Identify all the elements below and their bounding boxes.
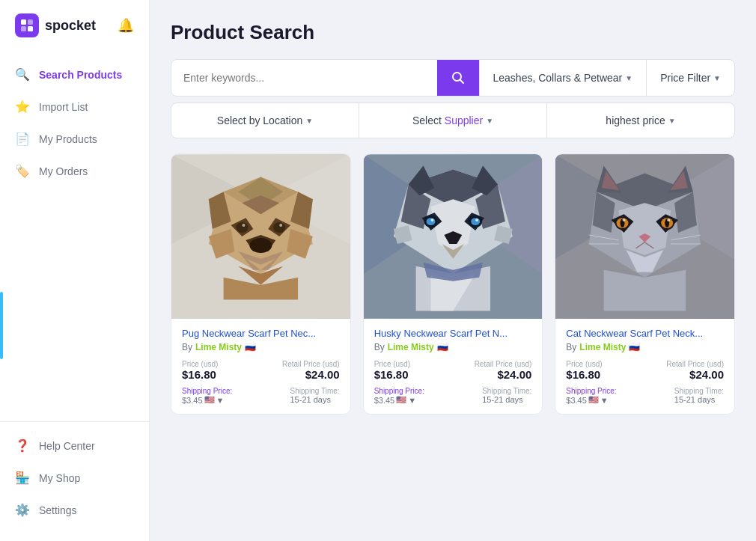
svg-rect-2 [21,26,26,31]
chevron-shipping-cat[interactable]: ▼ [600,396,609,405]
price-label-husky: Price (usd) [374,360,410,368]
location-filter[interactable]: Select by Location ▼ [171,103,359,138]
help-icon: ❓ [15,438,30,453]
document-icon: 📄 [15,132,30,146]
sidebar-item-label: My Shop [39,472,80,484]
sort-filter[interactable]: highest price ▼ [547,103,734,138]
chevron-shipping-husky[interactable]: ▼ [408,396,416,405]
supplier-name-husky: Lime Misty [388,342,434,352]
sidebar-logo: spocket 🔔 [0,0,149,51]
sidebar-item-my-shop[interactable]: 🏪 My Shop [0,462,149,494]
sidebar-item-my-products[interactable]: 📄 My Products [0,123,149,155]
husky-svg [364,154,543,319]
shipping-time-block-pug: Shipping Time: 15-21 days [290,387,340,405]
svg-rect-3 [28,26,33,31]
product-grid: Pug Neckwear Scarf Pet Nec... By Lime Mi… [171,153,735,415]
price-row-cat: Price (usd) $16.80 Retail Price (usd) $2… [566,360,724,381]
product-info-pug: Pug Neckwear Scarf Pet Nec... By Lime Mi… [171,319,350,414]
shipping-price-block-husky: Shipping Price: $3.45 🇺🇸 ▼ [374,387,424,405]
tag-icon: 🏷️ [15,164,30,178]
search-icon: 🔍 [15,67,30,82]
sidebar-item-import-list[interactable]: ⭐ Import List [0,91,149,123]
price-row-husky: Price (usd) $16.80 Retail Price (usd) $2… [374,360,532,381]
retail-price-block-pug: Retail Price (usd) $24.00 [282,360,340,381]
supplier-name-cat: Lime Misty [579,342,626,352]
price-filter-dropdown[interactable]: Price Filter ▼ [646,60,734,96]
supplier-prefix: By [374,342,385,352]
filter-row: Select by Location ▼ Select Supplier ▼ h… [171,103,735,138]
sidebar-item-settings[interactable]: ⚙️ Settings [0,494,149,526]
price-filter-label: Price Filter [660,72,710,84]
shipping-price-label-pug: Shipping Price: [182,387,232,395]
star-icon: ⭐ [15,100,30,114]
settings-icon: ⚙️ [15,503,30,517]
supplier-highlight-label: Supplier [445,114,483,126]
search-input[interactable] [171,60,437,96]
shipping-price-block-cat: Shipping Price: $3.45 🇺🇸 ▼ [566,387,616,405]
chevron-down-icon: ▼ [625,74,632,82]
price-value-pug: $16.80 [182,368,218,381]
product-name-husky: Husky Neckwear Scarf Pet N... [374,328,532,339]
retail-label-husky: Retail Price (usd) [475,360,532,368]
shipping-time-block-husky: Shipping Time: 15-21 days [482,387,531,405]
flag-small-husky: 🇺🇸 [396,395,406,405]
supplier-prefix: By [566,342,576,352]
logo-text: spocket [45,18,96,34]
shipping-price-value-husky: $3.45 🇺🇸 ▼ [374,395,424,405]
chevron-down-icon: ▼ [713,74,721,82]
logo-icon [15,13,39,37]
svg-point-19 [242,224,245,227]
chevron-down-icon: ▼ [305,117,313,125]
price-label-cat: Price (usd) [566,360,602,368]
sidebar-item-label: Help Center [39,440,95,452]
shipping-row-cat: Shipping Price: $3.45 🇺🇸 ▼ Shipping Time… [566,387,724,405]
svg-point-42 [471,218,480,225]
product-name-cat: Cat Neckwear Scarf Pet Neck... [566,328,724,339]
search-btn-icon [451,71,465,85]
search-button[interactable] [437,60,479,96]
retail-price-block-cat: Retail Price (usd) $24.00 [666,360,724,381]
sidebar-item-my-orders[interactable]: 🏷️ My Orders [0,155,149,187]
price-block-husky: Price (usd) $16.80 [374,360,410,381]
retail-label-pug: Retail Price (usd) [282,360,340,368]
chevron-shipping-pug[interactable]: ▼ [216,396,225,405]
bell-icon[interactable]: 🔔 [118,17,134,34]
flag-small-pug: 🇺🇸 [204,395,215,405]
category-filter-label: Leashes, Collars & Petwear [493,72,623,84]
retail-price-cat: $24.00 [666,368,724,381]
shipping-time-block-cat: Shipping Time: 15-21 days [674,387,724,405]
shipping-price-label-cat: Shipping Price: [566,387,616,395]
sidebar-item-label: Import List [39,101,88,113]
flag-small-cat: 🇺🇸 [588,395,599,405]
svg-point-43 [430,218,433,221]
sidebar-bottom: ❓ Help Center 🏪 My Shop ⚙️ Settings [0,421,149,541]
svg-point-20 [279,224,282,227]
flag-icon-husky: 🇷🇺 [437,342,448,352]
shipping-time-label-husky: Shipping Time: [482,387,531,395]
supplier-prefix: By [182,342,192,352]
page-title: Product Search [171,21,735,44]
sidebar-item-search-products[interactable]: 🔍 Search Products [0,58,149,91]
product-image-husky [364,154,543,319]
product-image-pug [171,154,350,319]
product-info-husky: Husky Neckwear Scarf Pet N... By Lime Mi… [364,319,543,414]
location-filter-label: Select by Location [217,114,302,126]
sidebar-item-label: My Products [39,133,97,145]
sidebar-item-help-center[interactable]: ❓ Help Center [0,430,149,462]
price-label-pug: Price (usd) [182,360,218,368]
supplier-filter[interactable]: Select Supplier ▼ [359,103,547,138]
svg-rect-0 [21,19,26,25]
flag-icon-cat: 🇷🇺 [629,342,640,352]
product-card-husky: Husky Neckwear Scarf Pet N... By Lime Mi… [363,153,543,415]
supplier-name-pug: Lime Misty [195,342,242,352]
retail-price-block-husky: Retail Price (usd) $24.00 [475,360,532,381]
svg-point-44 [475,218,478,221]
shipping-row-pug: Shipping Price: $3.45 🇺🇸 ▼ Shipping Time… [182,387,340,405]
product-supplier-pug: By Lime Misty 🇷🇺 [182,342,340,352]
shipping-row-husky: Shipping Price: $3.45 🇺🇸 ▼ Shipping Time… [374,387,532,405]
category-filter-dropdown[interactable]: Leashes, Collars & Petwear ▼ [479,60,647,96]
shipping-price-label-husky: Shipping Price: [374,387,424,395]
product-card-pug: Pug Neckwear Scarf Pet Nec... By Lime Mi… [171,153,351,415]
svg-point-17 [237,222,249,233]
sidebar-item-label: Settings [39,504,77,516]
